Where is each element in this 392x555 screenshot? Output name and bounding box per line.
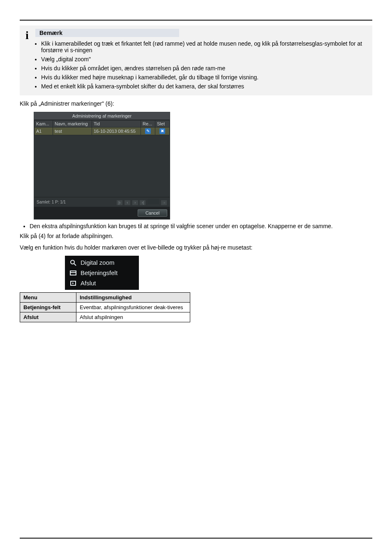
dialog-status-bar: Samlet: 1 P: 1/1 |‹ ‹ › ›| → <box>34 197 170 207</box>
ctx-item-control-panel[interactable]: Betjeningsfelt <box>65 268 139 278</box>
panel-icon <box>70 270 76 276</box>
pager-next-icon[interactable]: › <box>132 200 138 205</box>
exit-icon <box>70 280 76 287</box>
pager-first-icon[interactable]: |‹ <box>117 200 122 205</box>
note-item: Klik i kamerabilledet og træk et firkant… <box>41 40 369 53</box>
bottom-rule <box>20 538 372 539</box>
edit-icon[interactable]: ✎ <box>145 128 151 134</box>
note-item: Hvis du klikker på området igen, ændres … <box>41 65 369 72</box>
status-text: Samlet: 1 P: 1/1 <box>37 200 66 204</box>
manage-markers-dialog: Administrering af markeringer Kam... Nav… <box>34 112 170 220</box>
paragraph: Klik på (4) for at forlade afspilningen. <box>20 233 372 239</box>
paragraph: Den ekstra afspilningsfunktion kan bruge… <box>30 223 372 229</box>
ctx-label: Digital zoom <box>81 259 115 266</box>
markers-table: Kam... Navn, markering Tid Re... Slet A1… <box>34 120 170 135</box>
col-name: Navn, markering <box>53 120 92 127</box>
delete-icon[interactable]: ✖ <box>159 128 165 134</box>
ctx-label: Betjeningsfelt <box>81 269 118 276</box>
col-camera: Kam... <box>35 120 53 127</box>
cell-camera: A1 <box>35 127 53 135</box>
col-menu: Menu <box>20 293 76 303</box>
col-option: Indstillingsmulighed <box>76 293 190 303</box>
ctx-label: Afslut <box>81 280 96 287</box>
table-row[interactable]: A1 test 16-10-2013 08:45:55 ✎ ✖ <box>35 127 170 135</box>
cell-val: Afslut afspilningen <box>76 312 190 322</box>
table-row: Betjenings-felt Eventbar, afspilningsfun… <box>20 303 190 312</box>
note-title: Bemærk <box>35 29 179 37</box>
description-table: Menu Indstillingsmulighed Betjenings-fel… <box>20 292 190 322</box>
dialog-title: Administrering af markeringer <box>34 112 170 120</box>
pager-go-icon[interactable]: → <box>161 200 167 205</box>
pager-last-icon[interactable]: ›| <box>140 200 145 205</box>
paragraph: Klik på „Administrer markeringer" (6): <box>20 100 372 107</box>
paragraph: Vælg en funktion hvis du holder markøren… <box>20 244 372 251</box>
note-item: Vælg „digital zoom" <box>41 56 369 62</box>
note-block: i Bemærk Klik i kamerabilledet og træk e… <box>20 25 372 95</box>
info-icon: i <box>20 25 35 95</box>
col-edit: Re... <box>141 120 155 127</box>
cancel-button[interactable]: Cancel <box>138 209 167 217</box>
cell-key: Afslut <box>20 312 76 322</box>
cell-val: Eventbar, afspilningsfunktioner deak-tiv… <box>76 303 190 312</box>
col-delete: Slet <box>155 120 170 127</box>
note-item: Hvis du klikker med højre museknap i kam… <box>41 74 369 81</box>
cell-key: Betjenings-felt <box>20 303 76 312</box>
note-item: Med et enkelt klik på kamera-symbolet sk… <box>41 83 369 90</box>
dialog-empty-area <box>34 135 170 197</box>
cell-time: 16-10-2013 08:45:55 <box>92 127 141 135</box>
pager: |‹ ‹ › ›| → <box>116 199 167 205</box>
top-rule <box>20 20 372 21</box>
ctx-item-exit[interactable]: Afslut <box>65 278 139 288</box>
pager-input[interactable] <box>148 199 159 204</box>
context-menu: Digital zoom Betjeningsfelt Afslut <box>65 256 139 290</box>
table-row: Afslut Afslut afspilningen <box>20 312 190 322</box>
magnifier-icon <box>70 259 76 266</box>
pager-prev-icon[interactable]: ‹ <box>125 200 130 205</box>
ctx-item-digital-zoom[interactable]: Digital zoom <box>65 257 139 268</box>
svg-line-1 <box>74 264 76 266</box>
cell-name: test <box>53 127 92 135</box>
svg-point-0 <box>71 260 74 264</box>
col-time: Tid <box>92 120 141 127</box>
